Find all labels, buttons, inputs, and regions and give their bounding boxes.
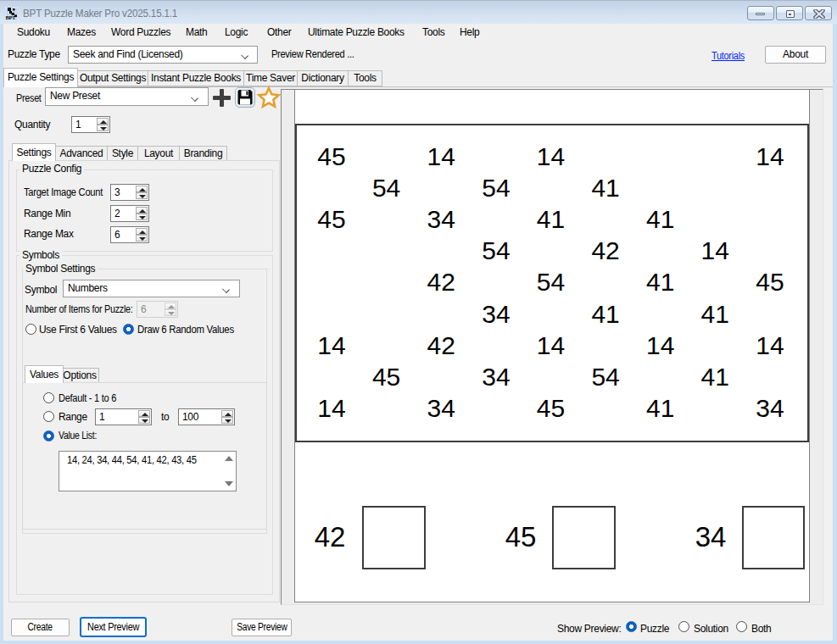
svg-text:BPT: BPT <box>6 14 17 20</box>
